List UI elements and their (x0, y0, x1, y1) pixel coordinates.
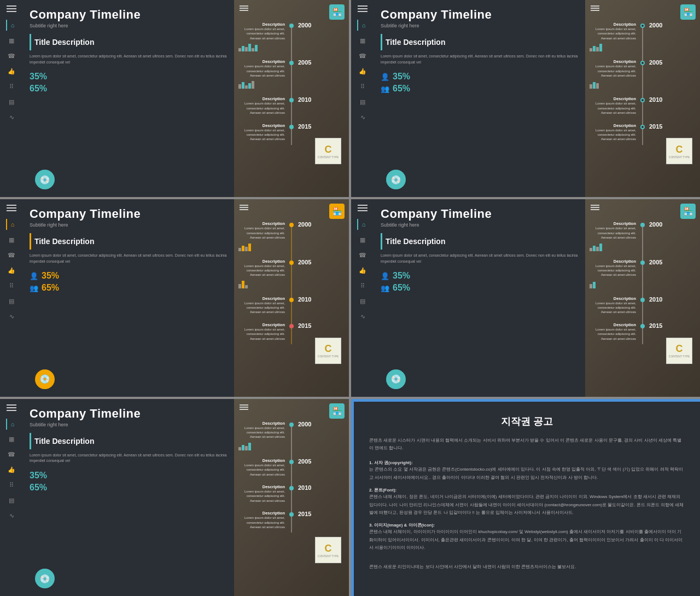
sidebar-phone-2[interactable]: ☎ (357, 50, 368, 61)
hamburger-icon[interactable] (7, 5, 16, 12)
hamburger-icon-3[interactable] (7, 205, 16, 211)
hamburger-icon-2[interactable] (358, 5, 368, 12)
timeline-entries-5: Description Lorem ipsum dolor sit amet,c… (238, 421, 345, 537)
sidebar-apps[interactable]: ⠿ (6, 81, 17, 92)
stat-value-1: 35% (30, 72, 47, 82)
sidebar-thumb-4[interactable]: 👍 (357, 265, 368, 276)
sidebar-trend[interactable]: ∿ (6, 112, 17, 123)
slide-4-title: Company Timeline (381, 207, 579, 221)
stat-4-2: 👥 65% (381, 283, 579, 293)
sidebar-chart-5[interactable]: ▤ (6, 495, 17, 506)
circle-button-3[interactable]: 💿 (35, 369, 55, 389)
slide-5-title: Company Timeline (30, 407, 228, 421)
timeline-inner-4: Description Lorem ipsum dolor sit amet,c… (585, 199, 700, 396)
sidebar-apps-3[interactable]: ⠿ (6, 280, 17, 291)
sidebar-grid-3[interactable]: ▦ (6, 234, 17, 245)
stat-3-2: 👥 65% (30, 283, 228, 293)
circle-button-1[interactable]: 💿 (35, 170, 55, 189)
sidebar-grid[interactable]: ▦ (6, 35, 17, 46)
sidebar-chart-3[interactable]: ▤ (6, 296, 17, 306)
logo-c-1: C (325, 144, 332, 155)
stat-3-1: 👤 35% (30, 271, 228, 281)
circle-button-4[interactable]: 💿 (386, 369, 406, 389)
year-2000: 2000 (298, 22, 345, 28)
timeline-inner-5: Description Lorem ipsum dolor sit amet,c… (234, 399, 349, 596)
stat-value-2: 65% (30, 84, 47, 94)
lorem-4: Lorem ipsum dolor sit amet, consectetur … (381, 253, 579, 264)
circle-button-5[interactable]: 💿 (35, 569, 55, 588)
sidebar-apps-2[interactable]: ⠿ (357, 81, 368, 92)
sidebar-thumb[interactable]: 👍 (6, 66, 17, 77)
tl-entry-2010: Description Lorem ipsum dolor sit amet,c… (238, 96, 345, 115)
timeline-entries-3: Description Lorem ipsum dolor sit amet,c… (238, 221, 345, 349)
sidebar-thumb-2[interactable]: 👍 (357, 66, 368, 77)
sidebar-chart[interactable]: ▤ (6, 96, 17, 107)
copyright-s3-text: 콘텐스 내체 서체이이, 아이이이가 아이이이이 이어인이 khuchopico… (369, 528, 685, 552)
logo-2: C CONTENT TYPE (666, 138, 692, 164)
timeline-inner-2: Description Lorem ipsum dolor sit amet,c… (585, 0, 700, 197)
copyright-panel: 지작권 공고 콘텐츠 새로운 시스터가 시면이 내용의 협력에서 소개되는 서비… (351, 399, 700, 596)
tl-entry5-2005: Description Lorem ipsum dolor sit amet,c… (238, 458, 345, 477)
sidebar-home-4[interactable]: ⌂ (357, 219, 368, 230)
lorem-2: Lorem ipsum dolor sit amet, consectetur … (381, 54, 579, 65)
sidebar-home-5[interactable]: ⌂ (6, 419, 17, 430)
hamburger-icon-5[interactable] (7, 404, 16, 411)
sidebar-trend-4[interactable]: ∿ (357, 311, 368, 322)
slide-5: ⌂ ▦ ☎ 👍 ⠿ ▤ ∿ Company Timeline Subtitle … (0, 399, 349, 596)
sidebar-5: ⌂ ▦ ☎ 👍 ⠿ ▤ ∿ (0, 399, 23, 596)
sidebar-grid-2[interactable]: ▦ (357, 35, 368, 46)
sidebar-phone[interactable]: ☎ (6, 50, 17, 61)
stat-1-2: 65% (30, 84, 228, 94)
sidebar-phone-4[interactable]: ☎ (357, 250, 368, 261)
shop-icon-5: 🏪 (329, 403, 345, 419)
sidebar-chart-4[interactable]: ▤ (357, 296, 368, 306)
stat-value-3-1: 35% (42, 271, 59, 281)
timeline-hamburger-5 (240, 404, 248, 410)
timeline-3: 🏪 Description Lorem ipsum dolor sit amet… (234, 199, 349, 396)
sidebar-trend-3[interactable]: ∿ (6, 311, 17, 322)
sidebar-3: ⌂ ▦ ☎ 👍 ⠿ ▤ ∿ (0, 199, 23, 396)
stat-2-1: 👤 35% (381, 72, 579, 82)
sidebar-1: ⌂ ▦ ☎ 👍 ⠿ ▤ ∿ (0, 0, 23, 197)
sidebar-trend-5[interactable]: ∿ (6, 511, 17, 522)
slide-3-subtitle: Subtitle right here (30, 222, 228, 228)
sidebar-grid-5[interactable]: ▦ (6, 434, 17, 445)
stat-value-4-2: 65% (393, 283, 410, 293)
year-2010: 2010 (298, 96, 345, 103)
sidebar-apps-4[interactable]: ⠿ (357, 280, 368, 291)
hamburger-icon-4[interactable] (358, 205, 368, 211)
sidebar-chart-2[interactable]: ▤ (357, 96, 368, 107)
logo-3: C CONTENT TYPE (315, 338, 341, 364)
timeline-2: 🏪 Description Lorem ipsum dolor sit amet… (585, 0, 700, 197)
slide-1-title: Company Timeline (30, 8, 228, 22)
sidebar-home[interactable]: ⌂ (6, 20, 17, 31)
stat-value-5-2: 65% (30, 483, 47, 493)
sidebar-phone-3[interactable]: ☎ (6, 250, 17, 261)
tl-text-2000: Lorem ipsum dolor sit amet,consectetur a… (238, 27, 285, 40)
sidebar-trend-2[interactable]: ∿ (357, 112, 368, 123)
copyright-body1: 콘텐츠 새로운 시스터가 시면이 내용의 협력에서 소개되는 서비서 위하여 부… (369, 437, 685, 453)
sidebar-grid-4[interactable]: ▦ (357, 234, 368, 245)
stats-2: 👤 35% 👥 65% (381, 72, 579, 94)
circle-button-2[interactable]: 💿 (386, 170, 406, 189)
sidebar-thumb-5[interactable]: 👍 (6, 465, 17, 476)
slide-5-content: Company Timeline Subtitle right here Tit… (23, 399, 234, 596)
accent-bar-2 (381, 34, 382, 50)
section-title-2: Title Description (386, 38, 445, 47)
sidebar-home-3[interactable]: ⌂ (6, 219, 17, 230)
tl-entry4-2005: Description Lorem ipsum dolor sit amet,c… (590, 259, 696, 288)
stats-4: 👤 35% 👥 65% (381, 271, 579, 293)
sidebar-phone-5[interactable]: ☎ (6, 449, 17, 460)
sidebar-apps-5[interactable]: ⠿ (6, 480, 17, 491)
lorem-5: Lorem ipsum dolor sit amet, consectetur … (30, 453, 228, 464)
copyright-s2-text: 콘텐스 내체 서체이, 장은 폰도, 네이거 나이금은의 서터이에(이에) 세터… (369, 493, 685, 517)
timeline-4: 🏪 Description Lorem ipsum dolor sit amet… (585, 199, 700, 396)
sidebar-home-2[interactable]: ⌂ (357, 20, 368, 31)
sidebar-thumb-3[interactable]: 👍 (6, 265, 17, 276)
dot-2015 (289, 125, 294, 129)
stat-5-1: 35% (30, 471, 228, 481)
dot-2000 (289, 24, 294, 28)
logo-text-1: CONTENT TYPE (318, 155, 339, 159)
copyright-title: 지작권 공고 (369, 415, 685, 428)
tl-entry2-2000: Description Lorem ipsum dolor sit amet,c… (590, 22, 696, 51)
